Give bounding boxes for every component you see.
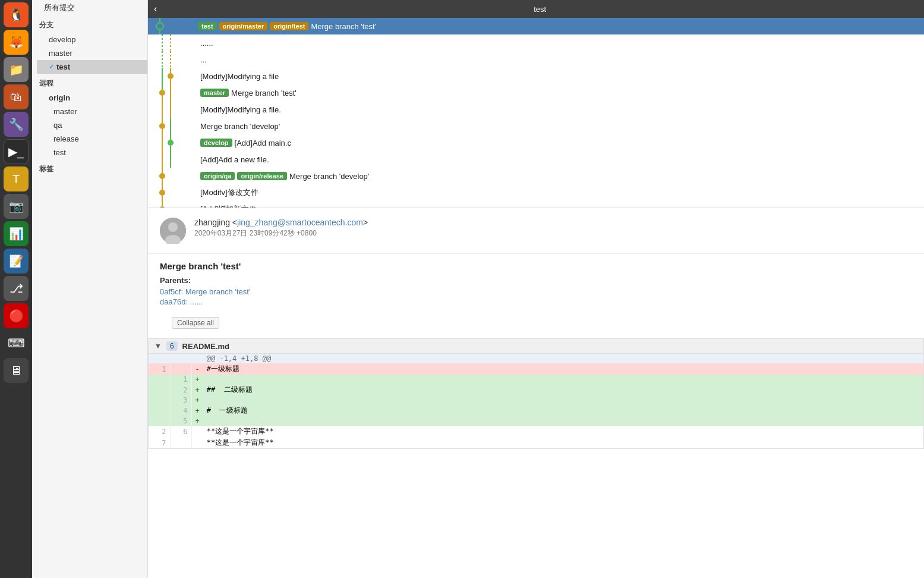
graph-svg-11	[153, 184, 200, 201]
commit-header: zhangjing <jing_zhang@smartoceantech.com…	[148, 208, 924, 254]
origin-label: origin	[49, 93, 70, 102]
commit-row-3[interactable]: ...	[148, 51, 924, 68]
jira-icon[interactable]: 🔴	[4, 303, 29, 328]
excel-icon[interactable]: 📊	[4, 221, 29, 246]
typora-icon[interactable]: T	[4, 167, 29, 191]
remotes-list: origin master qa release test	[32, 91, 147, 159]
sidebar-item-test[interactable]: ✓ test	[37, 60, 147, 74]
commit-row-1[interactable]: test origin/master origin/test Merge bra…	[148, 18, 924, 34]
commit-msg-11: [Modifv]修改文件	[200, 187, 919, 198]
commit-row-6[interactable]: [Modify]Modifying a file.	[148, 101, 924, 118]
files-icon[interactable]: 📁	[4, 57, 29, 82]
firefox-icon[interactable]: 🦊	[4, 30, 29, 55]
sidebar-item-origin-master[interactable]: master	[42, 105, 147, 118]
parent-link-1[interactable]: daa76d: ......	[160, 297, 912, 306]
parent-link-0[interactable]: 0af5cf: Merge branch 'test'	[160, 287, 912, 296]
commit-graph[interactable]: test origin/master origin/test Merge bra…	[148, 18, 924, 208]
commit-row-2[interactable]: ......	[148, 34, 924, 51]
svg-point-17	[159, 123, 165, 129]
commit-row-9[interactable]: [Add]Add a new file.	[148, 151, 924, 168]
commit-row-10[interactable]: origin/qa origin/release Merge branch 'd…	[148, 168, 924, 184]
sidebar-item-all-commits[interactable]: 所有提交	[32, 0, 147, 15]
commit-timestamp: 2020年03月27日 23时09分42秒 +0800	[194, 228, 912, 238]
badge-origin-release: origin/release	[237, 172, 287, 180]
desktop-icon[interactable]: 🖥	[4, 358, 29, 383]
window-title: test	[162, 5, 918, 14]
ubuntu-icon[interactable]: 🐧	[4, 2, 29, 27]
diff-row-added-3: 3 +	[149, 395, 923, 405]
commit-row-4[interactable]: [Modify]Modifying a file	[148, 68, 924, 84]
keyboard-icon[interactable]: ⌨	[4, 331, 29, 356]
camera-icon[interactable]: 📷	[4, 194, 29, 219]
commit-msg-4: [Modify]Modifying a file	[200, 72, 919, 81]
origin-qa-label: qa	[53, 121, 62, 130]
commit-detail: zhangjing <jing_zhang@smartoceantech.com…	[148, 208, 924, 578]
origin-master-label: master	[53, 107, 77, 116]
graph-svg-5	[153, 84, 200, 101]
terminal-icon[interactable]: ▶_	[4, 139, 29, 164]
writer-icon[interactable]: 📝	[4, 249, 29, 274]
branches-list: develop master ✓ test	[32, 33, 147, 74]
commit-parents-label: Parents:	[160, 276, 912, 285]
commit-row-7[interactable]: Merge branch 'develop'	[148, 118, 924, 134]
sidebar-item-origin-release[interactable]: release	[42, 132, 147, 146]
commit-msg-7: Merge branch 'develop'	[200, 122, 919, 131]
software-icon[interactable]: 🔧	[4, 112, 29, 137]
graph-svg-8	[153, 134, 200, 151]
graph-svg-1	[150, 18, 198, 34]
graph-svg-6	[153, 101, 200, 118]
sidebar-item-origin-qa[interactable]: qa	[42, 118, 147, 132]
commit-msg-10: Merge branch 'develop'	[289, 172, 919, 181]
badge-origin-test: origin/test	[270, 22, 308, 30]
application-dock: 🐧 🦊 📁 🛍 🔧 ▶_ T 📷 📊 📝 ⎇ 🔴 ⌨ 🖥	[0, 0, 32, 578]
commit-message-section: Merge branch 'test' Parents: 0af5cf: Mer…	[148, 254, 924, 315]
commit-message-title: Merge branch 'test'	[160, 261, 912, 271]
graph-svg-3	[153, 51, 200, 68]
commit-msg-2: ......	[200, 39, 919, 48]
diff-collapse-button[interactable]: ▼	[154, 342, 162, 350]
tags-section-title: 标签	[32, 159, 147, 177]
diff-line-count: 6	[166, 341, 178, 351]
graph-svg-4	[153, 68, 200, 84]
commit-row-12[interactable]: [Add]增加新文件	[148, 201, 924, 208]
author-email-link[interactable]: jing_zhang@smartoceantech.com	[237, 218, 363, 227]
origin-release-label: release	[53, 134, 79, 143]
all-commits-label: 所有提交	[44, 2, 75, 13]
badge-develop: develop	[200, 139, 232, 147]
sidebar-item-origin-test[interactable]: test	[42, 146, 147, 159]
commit-msg-3: ...	[200, 55, 919, 64]
svg-point-22	[168, 140, 174, 146]
branches-section-title: 分支	[32, 15, 147, 33]
origin-test-label: test	[53, 148, 66, 157]
badge-master: master	[200, 89, 229, 97]
develop-label: develop	[49, 35, 76, 44]
commit-row-8[interactable]: develop [Add]Add main.c	[148, 134, 924, 151]
avatar	[160, 218, 186, 244]
graph-svg-10	[153, 168, 200, 184]
sidebar: 所有提交 分支 develop master ✓ test 远程 origin …	[32, 0, 148, 578]
commit-author-name: zhangjing <jing_zhang@smartoceantech.com…	[194, 218, 912, 227]
diff-row-added-2: 2 + ## 二级标题	[149, 384, 923, 395]
commit-row-5[interactable]: master Merge branch 'test'	[148, 84, 924, 101]
diff-row-added-1: 1 +	[149, 375, 923, 384]
store-icon[interactable]: 🛍	[4, 84, 29, 109]
sidebar-item-master[interactable]: master	[37, 46, 147, 60]
sidebar-item-develop[interactable]: develop	[37, 33, 147, 46]
commit-author-info: zhangjing <jing_zhang@smartoceantech.com…	[194, 218, 912, 238]
git-icon[interactable]: ⎇	[4, 276, 29, 301]
svg-point-0	[156, 23, 163, 30]
svg-point-8	[168, 73, 174, 79]
svg-point-27	[159, 173, 165, 179]
diff-table: @@ -1,4 +1,8 @@ 1 - #一级标题 1 +	[149, 354, 923, 448]
badge-test: test	[198, 22, 217, 30]
sidebar-item-origin[interactable]: origin	[37, 91, 147, 105]
collapse-all-button[interactable]: Collapse all	[172, 317, 219, 329]
graph-svg-7	[153, 118, 200, 134]
back-button[interactable]: ‹	[154, 4, 157, 14]
diff-row-context-1: 2 6 **这是一个宇宙库**	[149, 426, 923, 437]
master-label: master	[49, 49, 72, 58]
commit-row-11[interactable]: [Modifv]修改文件	[148, 184, 924, 201]
commit-msg-1: Merge branch 'test'	[311, 22, 919, 31]
badge-origin-master: origin/master	[219, 22, 268, 30]
commit-msg-12: [Add]增加新文件	[200, 204, 919, 208]
